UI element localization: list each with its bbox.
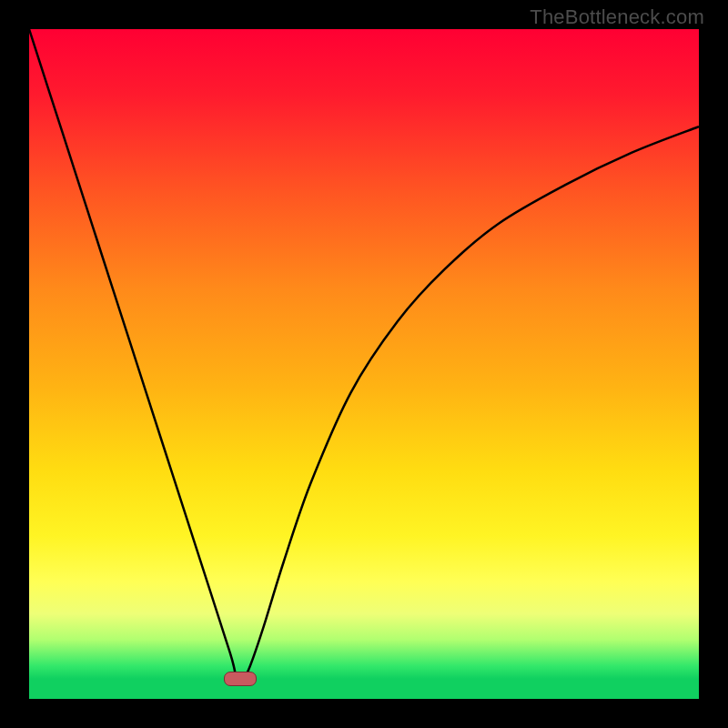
curve-minimum-marker <box>224 672 257 686</box>
watermark-text: TheBottleneck.com <box>530 5 704 29</box>
chart-area <box>29 29 699 699</box>
bottleneck-curve <box>29 29 699 699</box>
